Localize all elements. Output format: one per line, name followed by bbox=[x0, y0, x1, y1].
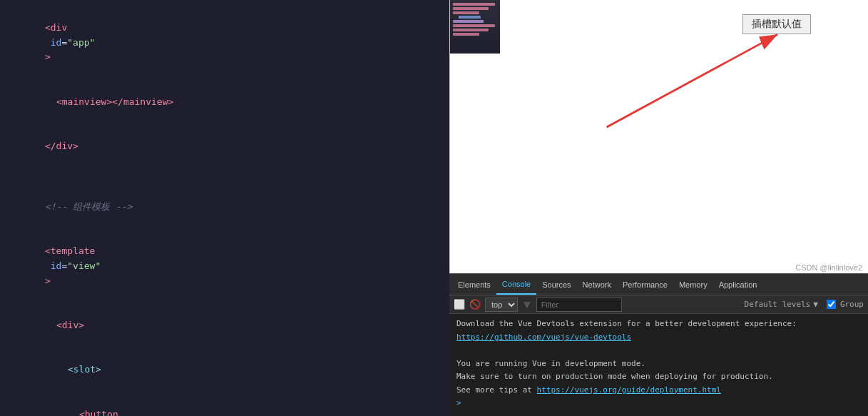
cursor-icon[interactable]: ⬜ bbox=[454, 299, 465, 310]
console-line-empty bbox=[456, 345, 861, 357]
browser-preview: 插槽默认值 CSDN @linlinlove2 bbox=[449, 0, 868, 273]
thumb-line bbox=[453, 33, 479, 36]
tab-sources[interactable]: Sources bbox=[536, 274, 576, 295]
console-link[interactable]: https://github.com/vuejs/vue-devtools bbox=[456, 333, 631, 342]
tab-console[interactable]: Console bbox=[496, 274, 536, 295]
console-line: https://github.com/vuejs/vue-devtools bbox=[456, 332, 861, 344]
console-line: Download the Vue Devtools extension for … bbox=[456, 318, 861, 330]
browser-panel: 插槽默认值 CSDN @linlinlove2 Elements Console bbox=[449, 0, 868, 416]
attr-value: "app" bbox=[67, 37, 95, 48]
thumb-line bbox=[459, 16, 481, 19]
code-line: </div> bbox=[0, 124, 449, 168]
thumbnail bbox=[450, 0, 500, 54]
code-line: <mainview></mainview> bbox=[0, 80, 449, 124]
slot-tag: <slot> bbox=[68, 364, 101, 375]
devtools-panel: Elements Console Sources Network Perform… bbox=[449, 273, 868, 416]
console-content: Download the Vue Devtools extension for … bbox=[449, 314, 868, 416]
tag: <div> bbox=[56, 320, 84, 330]
devtools-tabs: Elements Console Sources Network Perform… bbox=[449, 274, 868, 295]
code-line-empty bbox=[0, 169, 449, 185]
group-label: Group bbox=[840, 300, 864, 309]
tag: > bbox=[45, 275, 51, 286]
comment: <!-- 组件模板 --> bbox=[45, 201, 132, 212]
tag-open: <div bbox=[45, 22, 67, 33]
console-prompt: > bbox=[456, 398, 461, 407]
code-line: <slot> bbox=[0, 348, 449, 392]
attr-name: id bbox=[45, 37, 61, 48]
tab-performance[interactable]: Performance bbox=[617, 274, 673, 295]
code-panel: <div id="app" > <mainview></mainview> </… bbox=[0, 0, 449, 416]
code-line: <div id="app" > bbox=[0, 6, 449, 80]
console-prompt-line[interactable]: > bbox=[456, 397, 861, 410]
attr-value: "view" bbox=[67, 260, 101, 271]
console-line: You are running Vue in development mode. bbox=[456, 358, 861, 370]
svg-line-1 bbox=[607, 34, 778, 127]
csdn-watermark: CSDN @linlinlove2 bbox=[795, 263, 862, 272]
console-text: Make sure to turn on production mode whe… bbox=[456, 372, 773, 381]
demo-button[interactable]: 插槽默认值 bbox=[742, 14, 811, 34]
tab-network[interactable]: Network bbox=[577, 274, 617, 295]
default-levels[interactable]: Default levels ▼ bbox=[745, 300, 818, 309]
devtools-toolbar: ⬜ 🚫 top ▼ Default levels ▼ Group bbox=[449, 295, 868, 314]
block-icon[interactable]: 🚫 bbox=[469, 299, 481, 310]
console-line: Make sure to turn on production mode whe… bbox=[456, 371, 861, 383]
code-line: <template id="view" > bbox=[0, 229, 449, 303]
group-checkbox[interactable] bbox=[827, 300, 836, 309]
console-text: Download the Vue Devtools extension for … bbox=[456, 319, 797, 328]
attr-name: id bbox=[45, 260, 61, 271]
tag: </div> bbox=[45, 141, 78, 151]
console-text: See more tips at bbox=[456, 385, 537, 395]
tab-memory[interactable]: Memory bbox=[673, 274, 713, 295]
thumbnail-inner bbox=[450, 0, 500, 54]
code-line: <div> bbox=[0, 303, 449, 347]
thumb-line bbox=[453, 29, 489, 31]
tab-application[interactable]: Application bbox=[713, 274, 763, 295]
tag: <template bbox=[45, 245, 95, 256]
code-line-button: <button type="button">插槽默认值</button> bbox=[0, 392, 449, 416]
filter-input[interactable] bbox=[536, 298, 622, 312]
thumb-line bbox=[453, 3, 495, 6]
context-select[interactable]: top bbox=[485, 298, 518, 312]
main-area: <div id="app" > <mainview></mainview> </… bbox=[0, 0, 868, 416]
tab-elements[interactable]: Elements bbox=[452, 274, 496, 295]
tag: <mainview></mainview> bbox=[56, 96, 173, 107]
thumb-line bbox=[453, 7, 489, 10]
code-line-comment: <!-- 组件模板 --> bbox=[0, 185, 449, 229]
thumb-line bbox=[453, 20, 484, 23]
thumb-line bbox=[453, 11, 479, 14]
thumb-line bbox=[453, 24, 495, 27]
console-text: You are running Vue in development mode. bbox=[456, 359, 645, 368]
console-line: See more tips at https://vuejs.org/guide… bbox=[456, 385, 861, 397]
console-link-deployment[interactable]: https://vuejs.org/guide/deployment.html bbox=[537, 385, 721, 395]
tag: <button bbox=[79, 409, 118, 416]
tag-close: > bbox=[45, 51, 51, 62]
